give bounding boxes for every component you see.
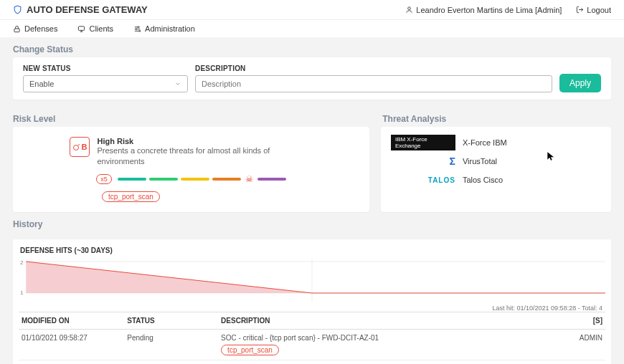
skull-icon: ☠ xyxy=(245,174,253,184)
cell-by: ADMIN xyxy=(559,360,605,364)
risk-desc: Presents a concrete threats for almost a… xyxy=(97,145,312,167)
description-input[interactable] xyxy=(195,75,552,92)
scale-seg xyxy=(181,178,209,181)
lock-icon xyxy=(13,25,21,33)
scale-seg xyxy=(118,178,146,181)
table-row: 30/09/2021 12:01:15PendingSOC - critical… xyxy=(19,360,605,364)
logout-label: Logout xyxy=(587,6,611,14)
risk-badge: B xyxy=(70,137,90,157)
threat-title: Threat Analysis xyxy=(382,107,611,127)
brand-text: AUTO DEFENSE GATEWAY xyxy=(27,4,148,15)
brand: AUTO DEFENSE GATEWAY xyxy=(13,4,148,15)
change-status-panel: NEW STATUS Enable DESCRIPTION Apply xyxy=(13,57,611,100)
apply-button[interactable]: Apply xyxy=(559,74,601,92)
svg-text:2: 2 xyxy=(20,259,24,266)
tab-clients-label: Clients xyxy=(89,24,113,33)
svg-point-6 xyxy=(74,145,79,150)
threat-logo: Σ xyxy=(391,155,455,167)
svg-text:1: 1 xyxy=(20,289,24,296)
new-status-select[interactable]: Enable xyxy=(23,75,188,92)
history-panel: DEFENSE HITS (~30 DAYS) 2 1 Last hit: 01… xyxy=(13,239,611,364)
desktop-icon xyxy=(77,25,85,33)
description-label: DESCRIPTION xyxy=(195,64,552,72)
hits-chart: 2 1 xyxy=(19,259,605,302)
threat-label: X-Force IBM xyxy=(463,138,507,147)
tab-admin-label: Administration xyxy=(145,24,195,33)
threat-logo: TALOS xyxy=(391,174,455,186)
multiplier-badge: x5 xyxy=(96,174,112,184)
svg-point-3 xyxy=(138,26,139,27)
threat-item[interactable]: IBM X-Force ExchangeX-Force IBM xyxy=(391,137,601,148)
row-tag[interactable]: tcp_port_scan xyxy=(221,345,279,355)
risk-panel: B High Risk Presents a concrete threats … xyxy=(13,127,369,212)
chart-note: Last hit: 01/10/2021 09:58:28 - Total: 4 xyxy=(19,305,605,312)
cell-modified: 30/09/2021 12:01:15 xyxy=(19,360,124,364)
bomb-icon xyxy=(72,143,81,151)
history-table: MODIFIED ON STATUS DESCRIPTION [S] 01/10… xyxy=(19,312,605,364)
table-row: 01/10/2021 09:58:27PendingSOC - critical… xyxy=(19,329,605,360)
threat-label: Talos Cisco xyxy=(463,176,503,184)
col-status[interactable]: STATUS xyxy=(124,312,218,329)
new-status-value: Enable xyxy=(29,80,54,88)
user-label: Leandro Everton Martins de Lima [Admin] xyxy=(416,6,562,14)
threat-item[interactable]: ΣVirusTotal xyxy=(391,155,601,167)
chart-title: DEFENSE HITS (~30 DAYS) xyxy=(19,244,605,257)
threat-label: VirusTotal xyxy=(463,157,497,166)
user-menu[interactable]: Leandro Everton Martins de Lima [Admin] xyxy=(405,6,562,14)
user-icon xyxy=(405,6,413,14)
threat-item[interactable]: TALOSTalos Cisco xyxy=(391,174,601,186)
logout-button[interactable]: Logout xyxy=(576,6,611,14)
risk-title: Risk Level xyxy=(13,107,371,127)
svg-rect-1 xyxy=(14,29,19,32)
scale-seg xyxy=(149,178,178,181)
sliders-icon xyxy=(133,25,141,33)
col-by[interactable]: [S] xyxy=(559,312,605,329)
risk-heading: High Risk xyxy=(97,137,312,145)
svg-point-4 xyxy=(136,28,137,29)
scale-seg xyxy=(212,178,241,181)
svg-rect-2 xyxy=(79,26,85,30)
svg-point-0 xyxy=(408,7,411,10)
cell-status: Pending xyxy=(124,360,218,364)
tab-defenses[interactable]: Defenses xyxy=(13,24,57,33)
col-desc[interactable]: DESCRIPTION xyxy=(218,312,558,329)
threat-logo: IBM X-Force Exchange xyxy=(391,137,455,148)
shield-icon xyxy=(13,5,22,14)
change-status-title: Change Status xyxy=(0,37,624,57)
col-modified[interactable]: MODIFIED ON xyxy=(19,312,124,329)
risk-scale: ☠ xyxy=(118,174,286,184)
cell-desc: SOC - critical - {tcp port scan} - FWD-D… xyxy=(218,360,558,364)
main-tabs: Defenses Clients Administration xyxy=(0,19,624,37)
threat-panel: IBM X-Force ExchangeX-Force IBMΣVirusTot… xyxy=(381,127,611,212)
chevron-down-icon xyxy=(174,80,181,87)
cell-status: Pending xyxy=(124,329,218,360)
svg-marker-12 xyxy=(26,262,605,293)
tab-admin[interactable]: Administration xyxy=(133,24,195,33)
scale-seg xyxy=(257,178,286,181)
risk-grade: B xyxy=(81,143,87,151)
tab-clients[interactable]: Clients xyxy=(77,24,113,33)
logout-icon xyxy=(576,6,584,14)
tab-defenses-label: Defenses xyxy=(24,24,57,33)
cell-desc: SOC - critical - {tcp port scan} - FWD-D… xyxy=(218,329,558,360)
new-status-label: NEW STATUS xyxy=(23,64,188,72)
risk-tag[interactable]: tcp_port_scan xyxy=(102,191,160,202)
cell-by: ADMIN xyxy=(559,329,605,360)
history-title: History xyxy=(0,212,624,232)
svg-point-5 xyxy=(139,30,141,32)
cell-modified: 01/10/2021 09:58:27 xyxy=(19,329,124,360)
